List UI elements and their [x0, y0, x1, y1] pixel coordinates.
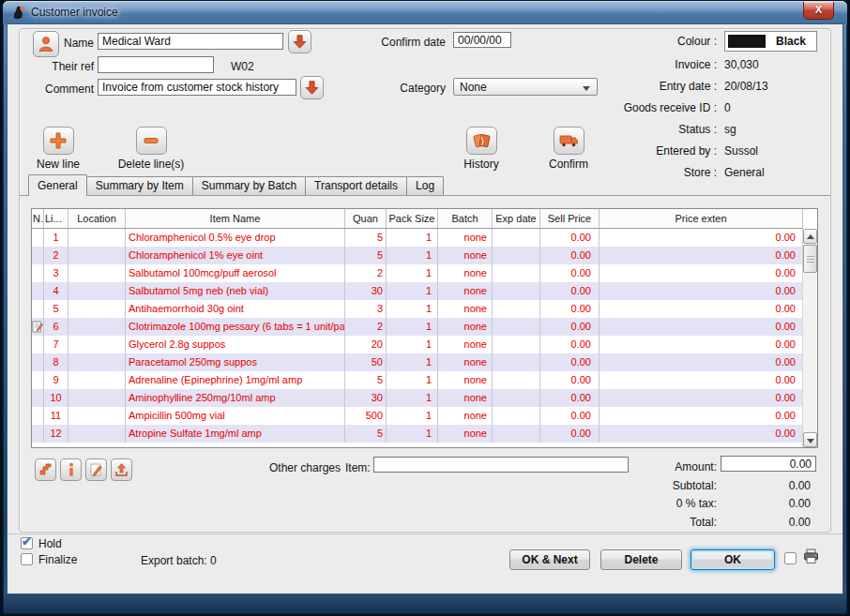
- cell: 3: [345, 300, 387, 318]
- colour-picker[interactable]: Black: [724, 31, 817, 52]
- cell: [32, 318, 44, 336]
- cell: 1: [387, 247, 438, 264]
- table-row[interactable]: 1Chloramphenicol 0.5% eye drop51none0.00…: [32, 229, 803, 247]
- item-label: Item:: [345, 461, 371, 474]
- column-header[interactable]: Price exten: [600, 209, 803, 228]
- cell: 0.00: [540, 389, 600, 407]
- column-header[interactable]: Batch: [438, 209, 493, 228]
- scroll-thumb[interactable]: [803, 245, 817, 273]
- detail-value: General: [724, 166, 765, 179]
- delete-lines-button[interactable]: Delete line(s): [104, 127, 198, 171]
- cell: [68, 353, 126, 371]
- cell: 10: [44, 389, 68, 407]
- tab-log[interactable]: Log: [406, 176, 444, 195]
- cell: none: [438, 389, 493, 407]
- cell: 1: [387, 318, 438, 336]
- cell: Glycerol 2.8g suppos: [126, 336, 345, 353]
- cell: 5: [345, 229, 387, 247]
- printer-icon[interactable]: [802, 548, 820, 565]
- table-row[interactable]: 11Ampicillin 500mg vial5001none0.000.00: [32, 407, 803, 425]
- confirm-date-label: Confirm date: [369, 36, 446, 49]
- comment-expand-button[interactable]: [300, 76, 324, 99]
- table-row[interactable]: 3Salbutamol 100mcg/puff aerosol21none0.0…: [32, 264, 803, 282]
- confirm-button[interactable]: Confirm: [524, 127, 613, 171]
- column-header[interactable]: Location: [68, 209, 126, 228]
- info-icon: [66, 462, 77, 477]
- cell: 2: [44, 247, 68, 264]
- title-bar[interactable]: Customer invoice X: [3, 1, 847, 24]
- close-button[interactable]: X: [803, 2, 834, 20]
- table-row[interactable]: 12Atropine Sulfate 1mg/ml amp51none0.000…: [32, 425, 803, 443]
- cell: [32, 425, 44, 443]
- msupply-app-icon: [11, 5, 27, 21]
- column-header[interactable]: Exp date: [493, 209, 540, 228]
- print-checkbox[interactable]: [784, 552, 797, 564]
- export-button[interactable]: [111, 458, 132, 481]
- cell: 1: [387, 389, 438, 407]
- table-row[interactable]: 9Adrenaline (Epinephrine) 1mg/ml amp51no…: [32, 371, 803, 389]
- cell: [32, 282, 44, 300]
- new-line-button[interactable]: New line: [21, 127, 96, 171]
- confirm-date-input[interactable]: [453, 32, 511, 48]
- table-row[interactable]: 8Paracetamol 250mg suppos501none0.000.00: [32, 353, 803, 371]
- cell: [32, 264, 44, 282]
- table-row[interactable]: 6Clotrimazole 100mg pessary (6 tabs = 1 …: [32, 318, 803, 336]
- hold-checkbox[interactable]: ✔: [21, 537, 33, 549]
- scroll-down-button[interactable]: [803, 432, 817, 447]
- their-ref-input[interactable]: [98, 56, 214, 73]
- cell: 1: [387, 371, 438, 389]
- info-button[interactable]: [60, 458, 82, 481]
- vertical-scrollbar[interactable]: [802, 229, 817, 447]
- other-charges-item-input[interactable]: [373, 457, 629, 473]
- edit-note-button[interactable]: [85, 458, 107, 481]
- cell: 0.00: [540, 353, 600, 371]
- cell: none: [438, 336, 493, 353]
- cell: 0.00: [600, 407, 803, 425]
- cell: none: [438, 300, 493, 318]
- history-button[interactable]: History: [437, 127, 525, 171]
- cell: 0.00: [540, 229, 600, 247]
- column-header[interactable]: Li...: [44, 209, 68, 228]
- table-row[interactable]: 10Aminophylline 250mg/10ml amp301none0.0…: [32, 389, 803, 407]
- column-header[interactable]: N...: [32, 209, 44, 228]
- transfer-icon: [38, 462, 53, 477]
- column-header[interactable]: Sell Price: [540, 209, 600, 228]
- table-row[interactable]: 2Chloramphenicol 1% eye oint51none0.000.…: [32, 247, 803, 264]
- detail-row: Goods receive ID :0: [529, 97, 827, 118]
- name-input[interactable]: [98, 33, 283, 50]
- tab-summary-by-item[interactable]: Summary by Item: [86, 176, 193, 195]
- tab-general[interactable]: General: [28, 174, 87, 196]
- comment-input[interactable]: [98, 79, 296, 96]
- table-row[interactable]: 7Glycerol 2.8g suppos201none0.000.00: [32, 336, 803, 353]
- cell: 0.00: [540, 300, 600, 318]
- ok-next-button[interactable]: OK & Next: [509, 549, 590, 570]
- scroll-up-button[interactable]: [803, 229, 817, 244]
- cell: Atropine Sulfate 1mg/ml amp: [126, 425, 345, 443]
- cell: none: [438, 425, 493, 443]
- delete-button[interactable]: Delete: [600, 549, 682, 570]
- cell: 1: [387, 229, 438, 247]
- cell: 3: [44, 264, 68, 282]
- tab-summary-by-batch[interactable]: Summary by Batch: [192, 176, 306, 195]
- cell: 0.00: [540, 425, 600, 443]
- finalize-label: Finalize: [38, 553, 77, 566]
- table-row[interactable]: 5Antihaemorrhoid 30g oint31none0.000.00: [32, 300, 803, 318]
- colour-name: Black: [766, 35, 816, 48]
- detail-row: Colour :Black: [529, 28, 827, 53]
- cell: 0.00: [540, 264, 600, 282]
- name-lookup-button[interactable]: [288, 30, 311, 53]
- cell: [493, 264, 540, 282]
- column-header[interactable]: Pack Size: [387, 209, 438, 228]
- cell: 1: [387, 336, 438, 353]
- tab-transport-details[interactable]: Transport details: [305, 176, 407, 195]
- amount-input[interactable]: [721, 456, 816, 472]
- dialog-content: Name Their ref W02 Comment Confirm date …: [8, 24, 842, 593]
- edit-note-icon: [89, 462, 103, 477]
- transfer-button[interactable]: [35, 458, 56, 481]
- table-row[interactable]: 4Salbutamol 5mg neb (neb vial)301none0.0…: [32, 282, 803, 300]
- confirm-label: Confirm: [549, 158, 588, 171]
- column-header[interactable]: Item Name: [126, 209, 345, 228]
- column-header[interactable]: Quan: [345, 209, 387, 228]
- ok-button[interactable]: OK: [691, 549, 775, 570]
- finalize-checkbox[interactable]: [21, 553, 33, 565]
